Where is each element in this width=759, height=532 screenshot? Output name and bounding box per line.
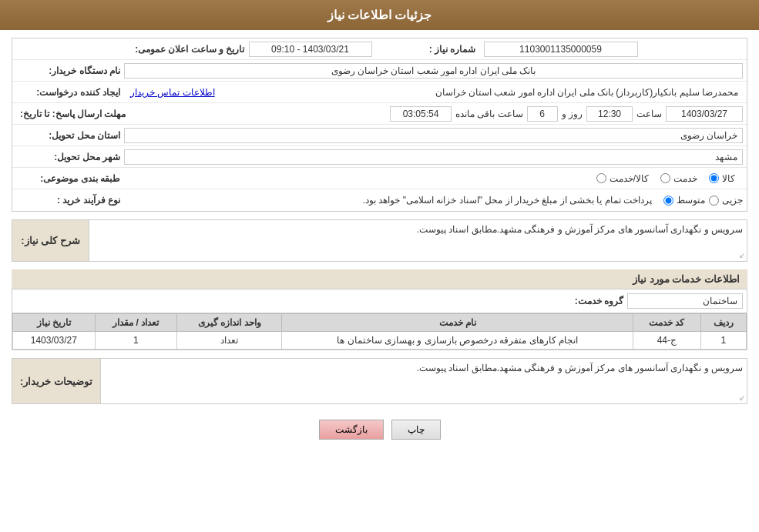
page-title: جزئیات اطلاعات نیاز [327, 8, 432, 22]
col-code: کد خدمت [633, 314, 701, 332]
row-deadline: 03:05:54 ساعت باقی مانده 6 روز و 12:30 س… [12, 103, 747, 125]
announce-date-value: 1403/03/21 - 09:10 [249, 42, 372, 57]
print-button[interactable]: چاپ [391, 420, 441, 440]
days-label: روز و [562, 109, 583, 119]
purchase-type-note: پرداخت تمام یا بخشی از مبلغ خریدار از مح… [355, 195, 660, 206]
col-date: تاریخ نیاز [13, 314, 96, 332]
purchase-type-mutavasset[interactable]: متوسط [663, 195, 705, 206]
row-request-number: 1103001135000059 شماره نیاز : 1403/03/21… [12, 38, 747, 60]
row-creator: محمدرضا سلیم بانکیار(کاربرداز) بانک ملی … [12, 82, 747, 103]
service-group-label: گروه خدمت: [550, 296, 627, 306]
description-box: سرویس و نگهداری آسانسور های مرکز آموزش و… [89, 219, 747, 262]
purchase-mutavasset-label: متوسط [677, 195, 705, 206]
buyer-notes-section: سرویس و نگهداری آسانسور های مرکز آموزش و… [12, 358, 747, 404]
deadline-time: 12:30 [586, 106, 633, 122]
request-number-label: شماره نیاز : [388, 44, 480, 55]
time-label: ساعت [636, 109, 662, 119]
description-section: سرویس و نگهداری آسانسور های مرکز آموزش و… [12, 219, 747, 262]
buyer-notes-box: سرویس و نگهداری آسانسور های مرکز آموزش و… [100, 358, 747, 404]
buyer-notes-label: توضیحات خریدار: [12, 358, 100, 404]
creator-value: محمدرضا سلیم بانکیار(کاربرداز) بانک ملی … [221, 85, 743, 99]
remaining-label: ساعت باقی مانده [455, 109, 523, 119]
back-button[interactable]: بازگشت [319, 420, 384, 440]
category-kala-khedmat-label: کالا/خدمت [610, 173, 649, 184]
category-option-kala[interactable]: کالا [709, 173, 735, 184]
buyer-org-label: نام دستگاه خریدار: [16, 65, 124, 76]
col-unit: واحد اندازه گیری [177, 314, 282, 332]
main-form: 1103001135000059 شماره نیاز : 1403/03/21… [12, 38, 747, 212]
buttons-row: چاپ بازگشت [12, 412, 747, 447]
description-value: سرویس و نگهداری آسانسور های مرکز آموزش و… [417, 224, 743, 235]
page-header: جزئیات اطلاعات نیاز [0, 0, 759, 30]
category-khedmat-label: خدمت [673, 173, 697, 184]
category-kala-label: کالا [722, 173, 735, 184]
announce-date-label: تاریخ و ساعت اعلان عمومی: [135, 44, 244, 55]
services-table: ردیف کد خدمت نام خدمت واحد اندازه گیری ت… [12, 313, 747, 350]
delivery-city-value: مشهد [124, 149, 743, 165]
col-row: ردیف [700, 314, 746, 332]
description-section-title: شرح کلی نیاز: [12, 219, 89, 262]
purchase-type-jozi[interactable]: جزیی [709, 195, 743, 206]
services-section-title: اطلاعات خدمات مورد نیاز [633, 273, 740, 285]
row-buyer-org: بانک ملی ایران اداره امور شعب استان خراس… [12, 60, 747, 82]
category-label: طبقه بندی موضوعی: [16, 173, 124, 184]
category-option-kala-khedmat[interactable]: کالا/خدمت [596, 173, 649, 184]
buyer-org-value: بانک ملی ایران اداره امور شعب استان خراس… [124, 63, 743, 79]
table-row: 1ج-44انجام کارهای متفرقه درخصوص بازسازی … [13, 332, 747, 350]
row-delivery-province: خراسان رضوی استان محل تحویل: [12, 125, 747, 146]
row-delivery-city: مشهد شهر محل تحویل: [12, 146, 747, 168]
col-qty: تعداد / مقدار [95, 314, 176, 332]
creator-label: ایجاد کننده درخواست: [16, 87, 124, 98]
delivery-province-label: استان محل تحویل: [16, 130, 124, 141]
row-service-group: ساختمان گروه خدمت: [12, 289, 747, 313]
deadline-label: مهلت ارسال پاسخ: تا تاریخ: [16, 109, 129, 119]
purchase-jozi-label: جزیی [722, 195, 743, 206]
deadline-remaining: 03:05:54 [390, 106, 452, 122]
delivery-province-value: خراسان رضوی [124, 128, 743, 143]
services-table-wrapper: ردیف کد خدمت نام خدمت واحد اندازه گیری ت… [12, 313, 747, 350]
creator-link[interactable]: اطلاعات تماس خریدار [124, 87, 221, 98]
request-number-value: 1103001135000059 [484, 42, 638, 57]
category-option-khedmat[interactable]: خدمت [660, 173, 697, 184]
col-name: نام خدمت [282, 314, 633, 332]
buyer-notes-value: سرویس و نگهداری آسانسور های مرکز آموزش و… [417, 363, 743, 373]
purchase-type-label: نوع فرآیند خرید : [16, 195, 124, 206]
deadline-days: 6 [527, 106, 558, 122]
row-purchase-type: جزیی متوسط پرداخت تمام یا بخشی از مبلغ خ… [12, 189, 747, 211]
row-category: کالا خدمت کالا/خدمت طبقه بندی موضوعی: [12, 168, 747, 189]
delivery-city-label: شهر محل تحویل: [16, 152, 124, 162]
service-group-value: ساختمان [627, 293, 743, 309]
deadline-date: 1403/03/27 [666, 106, 743, 122]
services-section-header: اطلاعات خدمات مورد نیاز [12, 269, 747, 289]
